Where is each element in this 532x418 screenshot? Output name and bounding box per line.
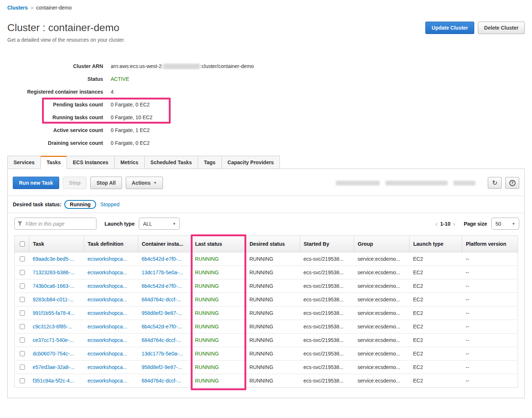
stop-all-button[interactable]: Stop All — [90, 177, 122, 189]
launch-type-value: ALL — [143, 221, 152, 227]
breadcrumb: Clusters>container-demo — [0, 0, 532, 11]
launch-type-text: EC2 — [413, 364, 423, 370]
launch-type-text: EC2 — [413, 270, 423, 275]
actions-button[interactable]: Actions▼ — [126, 177, 163, 189]
row-checkbox[interactable] — [20, 297, 25, 302]
platform-version-text: -- — [466, 283, 469, 289]
container-instance-link[interactable]: 6b4c542d-e7f0-... — [142, 324, 182, 329]
col-desired-status[interactable]: Desired status — [246, 236, 300, 252]
container-instance-link[interactable]: 6b4c542d-e7f0-... — [142, 283, 182, 289]
select-all-checkbox[interactable] — [20, 241, 25, 246]
container-instance-link[interactable]: 13dc177b-5e0a-... — [142, 351, 183, 357]
tasks-panel: Run new Task Stop Stop All Actions▼ ↻ ? … — [7, 169, 525, 398]
started-by-text: ecs-svc/219538... — [304, 256, 344, 262]
task-definition-link[interactable]: ecsworkshopca... — [88, 324, 127, 329]
tab-metrics[interactable]: Metrics — [114, 156, 144, 169]
help-icon: ? — [509, 180, 516, 186]
tab-tasks[interactable]: Tasks — [41, 156, 67, 169]
platform-version-text: -- — [466, 270, 469, 275]
platform-version-text: -- — [466, 297, 469, 302]
group-text: service:ecsdemo... — [358, 351, 400, 357]
status-value: ACTIVE — [103, 76, 129, 82]
container-instance-link[interactable]: 684d764c-dccf-... — [142, 337, 181, 343]
row-checkbox[interactable] — [20, 256, 25, 261]
row-checkbox[interactable] — [20, 283, 25, 289]
launch-type-text: EC2 — [413, 310, 423, 316]
row-checkbox[interactable] — [20, 378, 25, 383]
row-checkbox[interactable] — [20, 351, 25, 356]
row-checkbox[interactable] — [20, 324, 25, 329]
tab-ecs-instances[interactable]: ECS Instances — [66, 156, 114, 169]
task-definition-link[interactable]: ecsworkshopca... — [88, 310, 127, 316]
next-page-icon[interactable]: › — [451, 220, 458, 227]
task-definition-link[interactable]: ecsworkshopca... — [88, 297, 127, 302]
task-definition-link[interactable]: ecsworkshopca... — [88, 337, 127, 343]
last-status-text: RUNNING — [195, 378, 219, 384]
page-header: Cluster : container-demo Update Cluster … — [7, 22, 525, 34]
task-definition-link[interactable]: ecsworkshopca... — [88, 364, 127, 370]
run-new-task-button[interactable]: Run new Task — [13, 177, 59, 189]
task-definition-link[interactable]: ecsworkshopca... — [88, 378, 127, 384]
task-link[interactable]: e57ed3ae-32a8-... — [33, 364, 75, 370]
task-link[interactable]: ce37cc71-540e-... — [33, 337, 74, 343]
col-task[interactable]: Task — [29, 236, 84, 252]
tab-tags[interactable]: Tags — [198, 156, 221, 169]
container-instance-link[interactable]: 684d764c-dccf-... — [142, 297, 181, 302]
col-last-status[interactable]: Last status — [191, 236, 246, 252]
help-button[interactable]: ? — [505, 177, 519, 189]
last-status-text: RUNNING — [195, 283, 219, 289]
group-text: service:ecsdemo... — [358, 364, 400, 370]
col-started-by[interactable]: Started By — [300, 236, 354, 252]
status-filter-stopped[interactable]: Stopped — [100, 202, 119, 207]
row-checkbox[interactable] — [20, 338, 25, 343]
update-cluster-button[interactable]: Update Cluster — [425, 22, 474, 34]
group-text: service:ecsdemo... — [358, 297, 400, 302]
col-container-instance[interactable]: Container insta... — [138, 236, 191, 252]
col-launch-type[interactable]: Launch type — [410, 236, 462, 252]
stop-button[interactable]: Stop — [63, 177, 87, 189]
container-instance-link[interactable]: 958d8ef2-9e87-... — [142, 364, 182, 370]
task-link[interactable]: 71323283-b386-... — [33, 270, 75, 275]
started-by-text: ecs-svc/219538... — [304, 378, 344, 384]
refresh-button[interactable]: ↻ — [488, 177, 502, 189]
breadcrumb-clusters-link[interactable]: Clusters — [7, 5, 28, 11]
container-instance-link[interactable]: 958d8ef2-9e87-... — [142, 310, 182, 316]
task-link[interactable]: f351c94a-5f2c-4... — [33, 378, 74, 384]
desired-status-text: RUNNING — [250, 351, 273, 357]
page-range: 1-10 — [440, 221, 451, 227]
task-definition-link[interactable]: ecsworkshopca... — [88, 256, 127, 262]
table-row: c9c312c3-6f85-...ecsworkshopca...6b4c542… — [15, 320, 518, 334]
task-link[interactable]: dcb06070-754c-... — [33, 351, 74, 357]
row-checkbox[interactable] — [20, 365, 25, 370]
task-link[interactable]: 991f1b55-fa78-4... — [33, 310, 75, 316]
tab-services[interactable]: Services — [7, 156, 41, 169]
tab-capacity-providers[interactable]: Capacity Providers — [221, 156, 280, 169]
task-link[interactable]: c9c312c3-6f85-... — [33, 324, 72, 329]
launch-type-dropdown[interactable]: ALL ▼ — [139, 218, 180, 230]
prev-page-icon[interactable]: ‹ — [433, 220, 440, 227]
container-instance-link[interactable]: 684d764c-dccf-... — [142, 378, 181, 384]
task-link[interactable]: 743b0ca6-1663-... — [33, 283, 75, 289]
row-checkbox[interactable] — [20, 270, 25, 275]
task-link[interactable]: 9283cb84-c011-... — [33, 297, 74, 302]
task-definition-link[interactable]: ecsworkshopca... — [88, 351, 127, 357]
cluster-details: Cluster ARN arn:aws:ecs:us-west-2::clust… — [7, 60, 263, 149]
col-platform-version[interactable]: Platform version — [462, 236, 518, 252]
status-filter-running[interactable]: Running — [64, 200, 96, 209]
container-instance-link[interactable]: 13dc177b-5e0a-... — [142, 270, 183, 275]
table-row: ce37cc71-540e-...ecsworkshopca...684d764… — [15, 334, 518, 347]
tab-scheduled-tasks[interactable]: Scheduled Tasks — [144, 156, 198, 169]
pending-tasks-value: 0 Fargate, 0 EC2 — [103, 102, 150, 108]
delete-cluster-button[interactable]: Delete Cluster — [478, 22, 525, 34]
col-task-definition[interactable]: Task definition — [84, 236, 138, 252]
tasks-table: Task Task definition Container insta... … — [14, 236, 518, 388]
pending-tasks-label: Pending tasks count — [7, 102, 103, 108]
task-definition-link[interactable]: ecsworkshopca... — [88, 270, 127, 275]
task-link[interactable]: 69aadc3e-bed5-... — [33, 256, 75, 262]
page-size-dropdown[interactable]: 50 ▼ — [491, 218, 519, 230]
row-checkbox[interactable] — [20, 310, 25, 316]
filter-input[interactable] — [14, 218, 96, 230]
task-definition-link[interactable]: ecsworkshopca... — [88, 283, 127, 289]
container-instance-link[interactable]: 6b4c542d-e7f0-... — [142, 256, 182, 262]
col-group[interactable]: Group — [354, 236, 410, 252]
